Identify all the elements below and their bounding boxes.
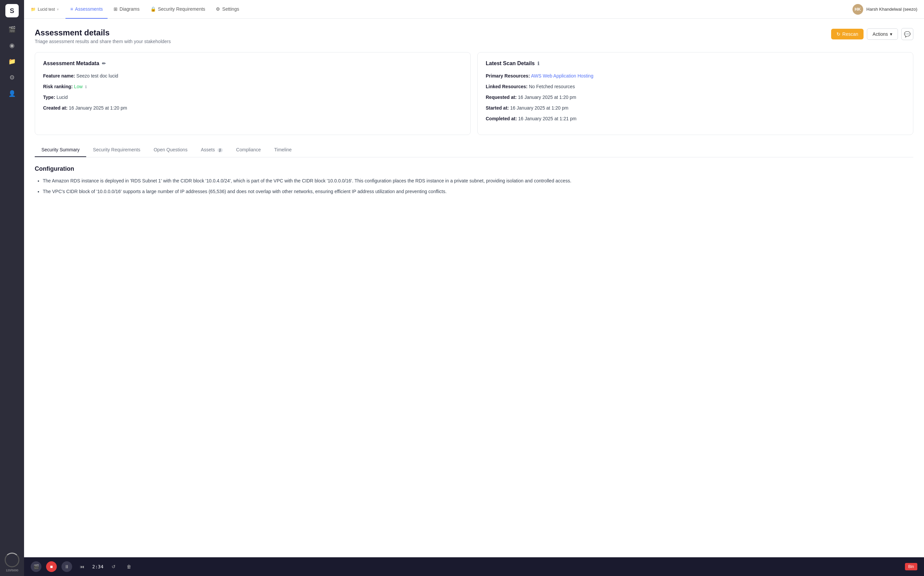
sidebar: S 🎬 ◉ 📁 ⚙ 👤 120/5000 bbox=[0, 0, 24, 576]
sliders-icon[interactable]: ⚙ bbox=[5, 71, 19, 84]
recording-bar: 🎬 ■ ⏸ ⏮ 2:34 ↺ 🗑 Bin bbox=[24, 557, 924, 576]
completed-at-value: 16 January 2025 at 1:21 pm bbox=[518, 116, 576, 121]
tab-assessments[interactable]: ≡ Assessments bbox=[66, 0, 107, 19]
configuration-heading: Configuration bbox=[35, 165, 913, 173]
list-item: The VPC's CIDR block of '10.0.0.0/16' su… bbox=[43, 188, 913, 195]
comment-button[interactable]: 💬 bbox=[901, 28, 913, 40]
settings-icon: ⚙ bbox=[216, 6, 220, 12]
progress-circle bbox=[5, 553, 19, 567]
scan-info-icon: ℹ bbox=[537, 61, 539, 66]
sidebar-logo: S bbox=[5, 4, 19, 18]
folder-icon[interactable]: 📁 bbox=[5, 55, 19, 68]
breadcrumb[interactable]: 📁 Lucid test ▾ bbox=[31, 7, 59, 12]
security-icon: 🔒 bbox=[150, 6, 156, 12]
page-title-section: Assessment details Triage assessment res… bbox=[35, 28, 171, 44]
content-area: Assessment details Triage assessment res… bbox=[24, 19, 924, 557]
avatar: HK bbox=[852, 4, 863, 15]
started-at-value: 16 January 2025 at 1:20 pm bbox=[510, 105, 568, 110]
main-area: 📁 Lucid test ▾ ≡ Assessments ⊞ Diagrams … bbox=[24, 0, 924, 576]
comment-icon: 💬 bbox=[904, 31, 911, 37]
progress-label: 120/5000 bbox=[6, 569, 18, 572]
page-header: Assessment details Triage assessment res… bbox=[35, 28, 913, 44]
risk-info-icon: ℹ bbox=[85, 85, 87, 89]
tab-settings[interactable]: ⚙ Settings bbox=[211, 0, 244, 19]
rewind-button[interactable]: ⏮ bbox=[77, 561, 88, 572]
tab-open-questions[interactable]: Open Questions bbox=[147, 143, 194, 157]
breadcrumb-icon: 📁 bbox=[31, 7, 36, 12]
created-at-value: 16 January 2025 at 1:20 pm bbox=[69, 105, 127, 110]
type-value: Lucid bbox=[56, 94, 67, 100]
page-title: Assessment details bbox=[35, 28, 171, 37]
tab-assets[interactable]: Assets β bbox=[194, 143, 230, 157]
actions-button[interactable]: Actions ▾ bbox=[867, 29, 898, 40]
video-icon[interactable]: 🎬 bbox=[5, 23, 19, 36]
created-at-row: Created at: 16 January 2025 at 1:20 pm bbox=[43, 105, 462, 110]
page-subtitle: Triage assessment results and share them… bbox=[35, 39, 171, 44]
assets-badge: β bbox=[217, 148, 223, 152]
assessments-icon: ≡ bbox=[70, 6, 73, 12]
tab-diagrams[interactable]: ⊞ Diagrams bbox=[109, 0, 144, 19]
chart-icon[interactable]: ◉ bbox=[5, 39, 19, 52]
trash-button[interactable]: 🗑 bbox=[124, 561, 134, 572]
topnav-right: HK Harsh Khandelwal (seezo) bbox=[852, 4, 917, 15]
breadcrumb-label: Lucid test bbox=[38, 7, 55, 12]
scan-details-heading: Latest Scan Details ℹ bbox=[486, 61, 905, 67]
bin-label: Bin bbox=[905, 563, 917, 570]
stop-button[interactable]: ■ bbox=[46, 561, 57, 572]
started-at-row: Started at: 16 January 2025 at 1:20 pm bbox=[486, 105, 905, 110]
primary-resources-link[interactable]: AWS Web Application Hosting bbox=[531, 73, 593, 78]
edit-icon[interactable]: ✏ bbox=[102, 61, 106, 66]
reset-button[interactable]: ↺ bbox=[108, 561, 119, 572]
scan-details-card: Latest Scan Details ℹ Primary Resources:… bbox=[477, 52, 913, 135]
page-actions: ↻ Rescan Actions ▾ 💬 bbox=[831, 28, 913, 40]
completed-at-row: Completed at: 16 January 2025 at 1:21 pm bbox=[486, 116, 905, 121]
assessments-label: Assessments bbox=[75, 6, 103, 12]
list-item: The Amazon RDS instance is deployed in '… bbox=[43, 177, 913, 184]
type-row: Type: Lucid bbox=[43, 94, 462, 100]
pause-button[interactable]: ⏸ bbox=[61, 561, 72, 572]
linked-resources-value: No Fetched resources bbox=[529, 84, 575, 89]
rescan-icon: ↻ bbox=[836, 31, 841, 37]
sidebar-progress: 120/5000 bbox=[5, 553, 19, 572]
user-name: Harsh Khandelwal (seezo) bbox=[866, 7, 917, 12]
assessment-metadata-card: Assessment Metadata ✏ Feature name: Seez… bbox=[35, 52, 471, 135]
requested-at-row: Requested at: 16 January 2025 at 1:20 pm bbox=[486, 94, 905, 100]
linked-resources-row: Linked Resources: No Fetched resources bbox=[486, 84, 905, 89]
tab-security-requirements[interactable]: 🔒 Security Requirements bbox=[145, 0, 210, 19]
diagrams-label: Diagrams bbox=[120, 6, 140, 12]
risk-ranking-row: Risk ranking: Low ℹ bbox=[43, 84, 462, 89]
camera-button[interactable]: 🎬 bbox=[31, 561, 42, 572]
security-requirements-label: Security Requirements bbox=[158, 6, 205, 12]
feature-name-value: Seezo test doc lucid bbox=[77, 73, 118, 78]
requested-at-value: 16 January 2025 at 1:20 pm bbox=[518, 94, 576, 100]
tab-compliance[interactable]: Compliance bbox=[230, 143, 268, 157]
risk-ranking-value: Low bbox=[74, 84, 83, 89]
tab-security-requirements[interactable]: Security Requirements bbox=[86, 143, 147, 157]
user-icon[interactable]: 👤 bbox=[5, 87, 19, 100]
metadata-grid: Assessment Metadata ✏ Feature name: Seez… bbox=[35, 52, 913, 135]
assessment-metadata-heading: Assessment Metadata ✏ bbox=[43, 61, 462, 67]
diagrams-icon: ⊞ bbox=[114, 6, 118, 12]
feature-name-row: Feature name: Seezo test doc lucid bbox=[43, 73, 462, 78]
tab-security-summary[interactable]: Security Summary bbox=[35, 143, 86, 157]
primary-resources-row: Primary Resources: AWS Web Application H… bbox=[486, 73, 905, 78]
tabs-bar: Security Summary Security Requirements O… bbox=[35, 143, 913, 157]
recording-time: 2:34 bbox=[92, 564, 104, 569]
topnav: 📁 Lucid test ▾ ≡ Assessments ⊞ Diagrams … bbox=[24, 0, 924, 19]
settings-label: Settings bbox=[222, 6, 239, 12]
breadcrumb-separator: ▾ bbox=[57, 7, 59, 12]
tab-timeline[interactable]: Timeline bbox=[268, 143, 298, 157]
configuration-list: The Amazon RDS instance is deployed in '… bbox=[35, 177, 913, 195]
chevron-down-icon: ▾ bbox=[890, 31, 892, 37]
rescan-button[interactable]: ↻ Rescan bbox=[831, 29, 863, 39]
configuration-section: Configuration The Amazon RDS instance is… bbox=[35, 165, 913, 195]
